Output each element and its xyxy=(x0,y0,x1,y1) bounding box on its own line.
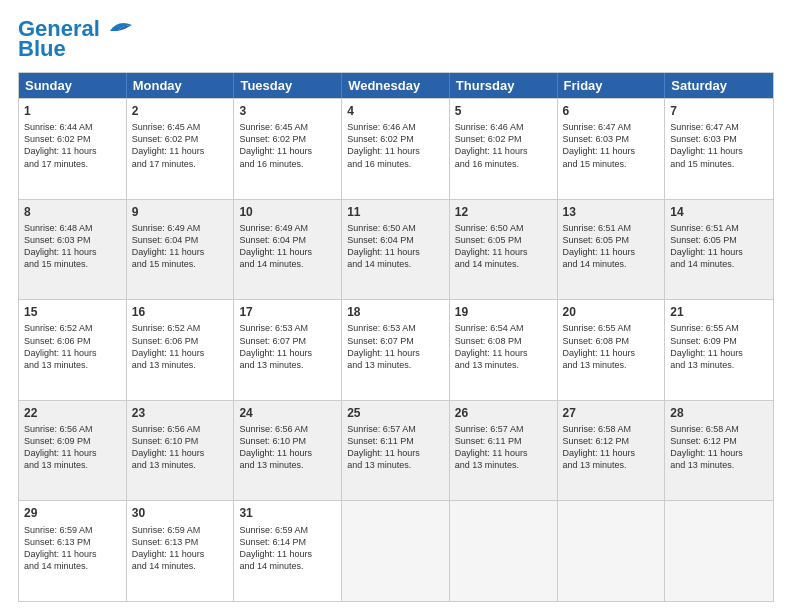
day-number: 3 xyxy=(239,103,336,119)
cell-info-line: Sunrise: 6:51 AM xyxy=(563,222,660,234)
cell-info-line: Sunrise: 6:53 AM xyxy=(347,322,444,334)
calendar-row-2: 8Sunrise: 6:48 AMSunset: 6:03 PMDaylight… xyxy=(19,199,773,300)
day-number: 16 xyxy=(132,304,229,320)
cell-info-line: Sunrise: 6:47 AM xyxy=(670,121,768,133)
calendar-cell: 1Sunrise: 6:44 AMSunset: 6:02 PMDaylight… xyxy=(19,99,127,199)
calendar-cell: 9Sunrise: 6:49 AMSunset: 6:04 PMDaylight… xyxy=(127,200,235,300)
cell-info-line: Sunset: 6:06 PM xyxy=(132,335,229,347)
cell-info-line: Daylight: 11 hours xyxy=(239,447,336,459)
header-day-thursday: Thursday xyxy=(450,73,558,98)
cell-info-line: Daylight: 11 hours xyxy=(132,347,229,359)
cell-info-line: Sunrise: 6:46 AM xyxy=(347,121,444,133)
cell-info-line: Daylight: 11 hours xyxy=(563,246,660,258)
cell-info-line: and 14 minutes. xyxy=(347,258,444,270)
calendar-cell: 6Sunrise: 6:47 AMSunset: 6:03 PMDaylight… xyxy=(558,99,666,199)
cell-info-line: Sunset: 6:02 PM xyxy=(24,133,121,145)
day-number: 12 xyxy=(455,204,552,220)
cell-info-line: and 13 minutes. xyxy=(24,359,121,371)
day-number: 17 xyxy=(239,304,336,320)
cell-info-line: Sunrise: 6:49 AM xyxy=(132,222,229,234)
cell-info-line: and 15 minutes. xyxy=(670,158,768,170)
cell-info-line: Sunset: 6:03 PM xyxy=(670,133,768,145)
cell-info-line: and 16 minutes. xyxy=(455,158,552,170)
cell-info-line: and 16 minutes. xyxy=(239,158,336,170)
calendar-cell: 8Sunrise: 6:48 AMSunset: 6:03 PMDaylight… xyxy=(19,200,127,300)
cell-info-line: and 13 minutes. xyxy=(455,359,552,371)
calendar-cell: 16Sunrise: 6:52 AMSunset: 6:06 PMDayligh… xyxy=(127,300,235,400)
cell-info-line: Daylight: 11 hours xyxy=(24,347,121,359)
header-day-saturday: Saturday xyxy=(665,73,773,98)
cell-info-line: and 13 minutes. xyxy=(563,459,660,471)
cell-info-line: Sunrise: 6:45 AM xyxy=(132,121,229,133)
day-number: 29 xyxy=(24,505,121,521)
cell-info-line: Daylight: 11 hours xyxy=(563,145,660,157)
cell-info-line: Sunrise: 6:59 AM xyxy=(24,524,121,536)
calendar-cell: 21Sunrise: 6:55 AMSunset: 6:09 PMDayligh… xyxy=(665,300,773,400)
cell-info-line: Sunset: 6:07 PM xyxy=(239,335,336,347)
cell-info-line: Sunset: 6:02 PM xyxy=(132,133,229,145)
cell-info-line: Daylight: 11 hours xyxy=(132,548,229,560)
cell-info-line: Daylight: 11 hours xyxy=(239,145,336,157)
calendar-row-5: 29Sunrise: 6:59 AMSunset: 6:13 PMDayligh… xyxy=(19,500,773,601)
calendar-cell: 24Sunrise: 6:56 AMSunset: 6:10 PMDayligh… xyxy=(234,401,342,501)
calendar-cell: 28Sunrise: 6:58 AMSunset: 6:12 PMDayligh… xyxy=(665,401,773,501)
cell-info-line: Sunset: 6:05 PM xyxy=(563,234,660,246)
cell-info-line: Daylight: 11 hours xyxy=(563,447,660,459)
cell-info-line: and 15 minutes. xyxy=(24,258,121,270)
calendar-cell xyxy=(450,501,558,601)
cell-info-line: and 13 minutes. xyxy=(132,459,229,471)
cell-info-line: Sunset: 6:04 PM xyxy=(347,234,444,246)
calendar-header: SundayMondayTuesdayWednesdayThursdayFrid… xyxy=(19,73,773,98)
cell-info-line: Sunrise: 6:56 AM xyxy=(132,423,229,435)
logo-bird-icon xyxy=(102,17,134,37)
cell-info-line: Sunrise: 6:59 AM xyxy=(239,524,336,536)
day-number: 18 xyxy=(347,304,444,320)
header: General Blue xyxy=(18,18,774,62)
cell-info-line: Sunset: 6:13 PM xyxy=(132,536,229,548)
cell-info-line: Sunrise: 6:48 AM xyxy=(24,222,121,234)
calendar: SundayMondayTuesdayWednesdayThursdayFrid… xyxy=(18,72,774,602)
day-number: 19 xyxy=(455,304,552,320)
calendar-cell: 13Sunrise: 6:51 AMSunset: 6:05 PMDayligh… xyxy=(558,200,666,300)
calendar-cell: 30Sunrise: 6:59 AMSunset: 6:13 PMDayligh… xyxy=(127,501,235,601)
day-number: 1 xyxy=(24,103,121,119)
day-number: 10 xyxy=(239,204,336,220)
cell-info-line: Sunrise: 6:44 AM xyxy=(24,121,121,133)
day-number: 4 xyxy=(347,103,444,119)
day-number: 7 xyxy=(670,103,768,119)
cell-info-line: and 14 minutes. xyxy=(670,258,768,270)
calendar-row-1: 1Sunrise: 6:44 AMSunset: 6:02 PMDaylight… xyxy=(19,98,773,199)
cell-info-line: and 14 minutes. xyxy=(24,560,121,572)
day-number: 27 xyxy=(563,405,660,421)
cell-info-line: and 13 minutes. xyxy=(347,459,444,471)
cell-info-line: Sunset: 6:12 PM xyxy=(670,435,768,447)
cell-info-line: Sunrise: 6:52 AM xyxy=(132,322,229,334)
day-number: 20 xyxy=(563,304,660,320)
cell-info-line: Daylight: 11 hours xyxy=(455,145,552,157)
calendar-row-4: 22Sunrise: 6:56 AMSunset: 6:09 PMDayligh… xyxy=(19,400,773,501)
header-day-tuesday: Tuesday xyxy=(234,73,342,98)
calendar-cell: 10Sunrise: 6:49 AMSunset: 6:04 PMDayligh… xyxy=(234,200,342,300)
cell-info-line: and 14 minutes. xyxy=(239,560,336,572)
cell-info-line: and 13 minutes. xyxy=(347,359,444,371)
cell-info-line: Daylight: 11 hours xyxy=(563,347,660,359)
day-number: 25 xyxy=(347,405,444,421)
day-number: 8 xyxy=(24,204,121,220)
day-number: 14 xyxy=(670,204,768,220)
day-number: 30 xyxy=(132,505,229,521)
logo-blue-text: Blue xyxy=(18,36,66,62)
calendar-cell: 12Sunrise: 6:50 AMSunset: 6:05 PMDayligh… xyxy=(450,200,558,300)
cell-info-line: Daylight: 11 hours xyxy=(455,246,552,258)
calendar-cell: 2Sunrise: 6:45 AMSunset: 6:02 PMDaylight… xyxy=(127,99,235,199)
calendar-cell: 15Sunrise: 6:52 AMSunset: 6:06 PMDayligh… xyxy=(19,300,127,400)
cell-info-line: Daylight: 11 hours xyxy=(670,347,768,359)
cell-info-line: Sunrise: 6:53 AM xyxy=(239,322,336,334)
cell-info-line: Daylight: 11 hours xyxy=(24,246,121,258)
cell-info-line: Sunrise: 6:55 AM xyxy=(670,322,768,334)
cell-info-line: Daylight: 11 hours xyxy=(347,246,444,258)
calendar-cell: 7Sunrise: 6:47 AMSunset: 6:03 PMDaylight… xyxy=(665,99,773,199)
cell-info-line: Sunrise: 6:57 AM xyxy=(347,423,444,435)
cell-info-line: Daylight: 11 hours xyxy=(347,145,444,157)
cell-info-line: Daylight: 11 hours xyxy=(24,447,121,459)
day-number: 6 xyxy=(563,103,660,119)
